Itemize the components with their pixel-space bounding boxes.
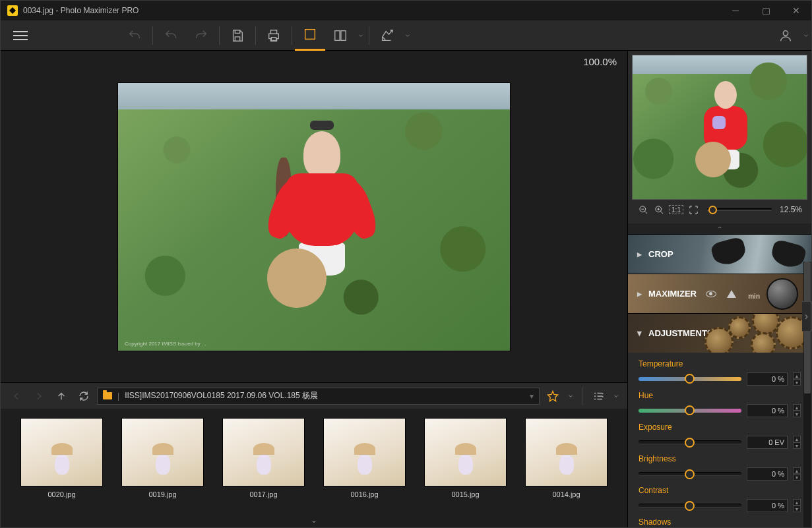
panel-adjustments-label: ADJUSTMENTS [648,328,713,338]
print-button[interactable] [259,20,289,51]
nav-forward-button[interactable] [30,387,48,405]
adjustment-row: Brightness0 %▲▼ [639,454,801,481]
adjustment-label: Exposure [639,423,801,432]
collapse-icon: ▶ [637,331,643,336]
titlebar: 0034.jpg - Photo Maximizer PRO ─ ▢ ✕ [1,1,811,20]
warning-icon [727,290,736,298]
thumbnail[interactable]: 0020.jpg [20,418,103,498]
adjustment-value[interactable]: 0 EV [747,436,788,449]
thumbnail[interactable]: 0019.jpg [121,418,204,498]
adjustment-slider[interactable] [639,440,741,444]
compare-view-button[interactable] [325,20,356,51]
share-dropdown[interactable] [402,20,413,51]
list-options-button[interactable] [589,387,608,405]
save-button[interactable] [222,20,253,51]
nav-refresh-button[interactable] [75,387,93,405]
zoom-in-button[interactable] [653,204,665,216]
favorite-dropdown[interactable] [566,387,575,405]
list-options-dropdown[interactable] [611,387,621,405]
preview-image[interactable] [632,55,807,200]
thumbnail-name: 0015.jpg [451,490,479,498]
spin-up[interactable]: ▲ [793,436,801,442]
spin-down[interactable]: ▼ [793,474,801,481]
minimize-button[interactable]: ─ [720,1,751,20]
spin-up[interactable]: ▲ [793,404,801,411]
window-title: 0034.jpg - Photo Maximizer PRO [23,6,139,15]
spin-down[interactable]: ▼ [793,506,801,512]
adjustment-row: Contrast0 %▲▼ [639,486,801,512]
adjustment-slider[interactable] [639,409,741,413]
single-view-button[interactable] [295,20,325,51]
spin-up[interactable]: ▲ [793,467,801,474]
thumbnail[interactable]: 0014.jpg [525,418,608,498]
adjustment-label: Shadows [639,517,801,527]
svg-rect-2 [341,30,346,40]
thumbnail-name: 0017.jpg [249,490,277,498]
adjustment-row: Exposure0 EV▲▼ [639,423,801,449]
adjustment-slider[interactable] [639,472,741,476]
adjustment-slider[interactable] [639,504,741,508]
svg-rect-1 [335,30,340,40]
toolbar [1,20,811,51]
watermark: Copyright 2017 IMISS Issued by ... [125,341,206,347]
spin-up[interactable]: ▲ [793,372,801,379]
view-dropdown[interactable] [356,20,366,51]
zoom-label: 100.0% [583,56,617,67]
adjustment-value[interactable]: 0 % [747,372,788,386]
preview-toggle[interactable]: ⌃ [628,223,811,234]
preview-zoom-slider[interactable] [707,208,772,211]
thumbnail-strip: 0020.jpg0019.jpg0017.jpg0016.jpg0015.jpg… [1,409,627,527]
expand-icon: ▶ [637,251,642,258]
zoom-fit-button[interactable] [687,204,699,216]
thumbnail[interactable]: 0015.jpg [424,418,507,498]
spin-down[interactable]: ▼ [793,442,801,449]
share-button[interactable] [372,20,402,51]
adjustment-value[interactable]: 0 % [747,404,788,417]
undo-button[interactable] [119,20,150,51]
path-box[interactable]: | IISS]IMS20170906VOL0185 2017.09.06 VOL… [97,388,540,405]
nav-back-button[interactable] [7,387,26,405]
app-icon [7,5,18,16]
adjustment-value[interactable]: 0 % [747,467,788,481]
panel-adjustments[interactable]: ▶ ADJUSTMENTS [628,313,811,353]
thumbstrip-toggle[interactable]: ⌄ [311,515,317,525]
thumbnail-name: 0020.jpg [47,490,75,498]
favorite-button[interactable] [544,387,562,405]
account-button[interactable] [770,20,801,51]
panel-maximizer[interactable]: ▶ MAXIMIZER min m [628,274,811,313]
side-panel: 1:1 12.5% ⌃ ▶ CROP ▶ MAXIMIZER min m ▶ A… [627,51,811,527]
adjustments-list: Temperature0 %▲▼Hue0 %▲▼Exposure0 EV▲▼Br… [628,353,811,527]
panel-maximizer-label: MAXIMIZER [648,289,697,299]
thumbnail[interactable]: 0016.jpg [323,418,406,498]
visibility-icon[interactable] [706,291,716,297]
adjustment-label: Brightness [639,454,801,463]
canvas-area[interactable]: 100.0% Copyright 2017 IMISS Issued by ..… [1,51,627,382]
spin-down[interactable]: ▼ [793,379,801,386]
close-button[interactable]: ✕ [781,1,811,20]
side-flyout-toggle[interactable]: › [802,301,811,332]
svg-rect-0 [305,30,315,40]
main-image[interactable]: Copyright 2017 IMISS Issued by ... [117,82,511,351]
spin-up[interactable]: ▲ [793,499,801,506]
expand-icon: ▶ [637,291,642,297]
spin-down[interactable]: ▼ [793,411,801,417]
zoom-out-button[interactable] [637,204,649,216]
undo-alt-button[interactable] [156,20,186,51]
svg-point-3 [783,30,788,35]
thumbnail[interactable]: 0017.jpg [222,418,305,498]
menu-button[interactable] [1,20,40,50]
zoom-actual-button[interactable]: 1:1 [669,205,683,214]
nav-up-button[interactable] [52,387,71,405]
panel-crop-label: CROP [648,249,673,259]
adjustment-slider[interactable] [639,377,741,381]
thumbnail-name: 0016.jpg [350,490,378,498]
thumbnail-name: 0019.jpg [148,490,176,498]
adjustment-label: Hue [639,391,801,400]
account-dropdown[interactable] [801,20,811,51]
preview-zoom-label: 12.5% [780,205,802,214]
dial-min-label: min [748,293,760,300]
maximize-button[interactable]: ▢ [751,1,781,20]
panel-crop[interactable]: ▶ CROP [628,234,811,274]
adjustment-value[interactable]: 0 % [747,499,788,512]
redo-button[interactable] [186,20,216,51]
